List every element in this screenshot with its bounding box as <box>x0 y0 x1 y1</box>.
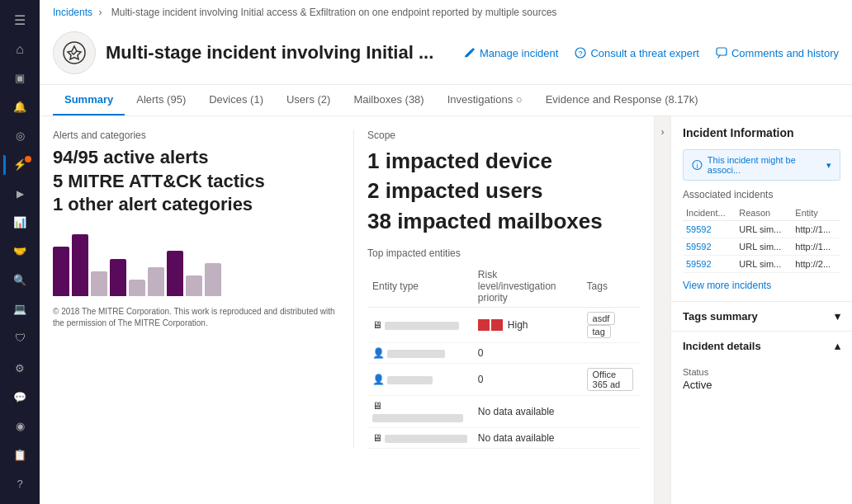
assoc-entity: http://1... <box>792 221 840 238</box>
breadcrumb-parent[interactable]: Incidents <box>53 7 92 18</box>
banner-text: This incident might be associ... <box>708 155 821 175</box>
tags-cell <box>582 343 641 364</box>
notification-dot <box>25 156 31 163</box>
tab-summary[interactable]: Summary <box>53 85 125 115</box>
risk-cell: High <box>473 308 582 343</box>
tags-cell <box>582 428 641 449</box>
assoc-id[interactable]: 59592 <box>683 221 736 238</box>
scope-column: Scope 1 impacted device 2 impacted users… <box>353 130 641 449</box>
incidents-icon[interactable]: ⚡ <box>3 151 36 178</box>
risk-cell: 0 <box>473 343 582 364</box>
home-icon[interactable]: ⌂ <box>3 35 36 63</box>
settings-icon[interactable]: ⚙ <box>3 355 36 382</box>
tabs-bar: Summary Alerts (95) Devices (1) Users (2… <box>40 85 852 116</box>
info-icon: i <box>692 159 703 171</box>
chart-bar <box>186 276 202 296</box>
copyright-text: © 2018 The MITRE Corporation. This work … <box>53 306 340 329</box>
search-icon[interactable]: 🔍 <box>3 266 36 294</box>
risk-sq1 <box>478 319 490 331</box>
tags-col: Tags <box>582 266 641 308</box>
impacted-device-stat: 1 impacted device <box>367 146 641 176</box>
incident-details-row[interactable]: Incident details ▴ <box>671 331 852 360</box>
risk-level-col: Risk level/investigation priority <box>473 266 582 308</box>
table-row: 🖥 No data available <box>367 428 641 449</box>
entity-icon-cell: 🖥 <box>367 428 473 449</box>
service-icon[interactable]: 📋 <box>3 441 36 469</box>
mitre-chart <box>53 230 340 296</box>
alerts-icon[interactable]: 🔔 <box>3 93 36 120</box>
banner-chevron: ▾ <box>826 160 831 171</box>
blurred-name <box>372 414 463 422</box>
main-content: Incidents › Multi-stage incident involvi… <box>40 0 852 504</box>
svg-text:i: i <box>697 163 698 170</box>
chevron-right-icon: › <box>661 126 665 138</box>
view-more-incidents-link[interactable]: View more incidents <box>683 280 840 291</box>
associated-incidents-label: Associated incidents <box>683 189 840 200</box>
entity-icon-cell: 👤 <box>367 364 473 396</box>
tab-investigations[interactable]: Investigations ○ <box>436 85 534 115</box>
breadcrumb-current: Multi-stage incident involving Initial a… <box>111 7 557 18</box>
chart-bar <box>205 263 221 296</box>
tab-evidence[interactable]: Evidence and Response (8.17k) <box>534 85 710 115</box>
no-data2: No data available <box>478 432 555 444</box>
chart-bar <box>167 251 183 296</box>
breadcrumb-separator: › <box>98 7 104 18</box>
status-label: Status <box>683 367 840 377</box>
entity-icon-cell: 🖥 <box>367 308 473 343</box>
help-icon[interactable]: ? <box>3 470 36 497</box>
reports-icon[interactable]: 📊 <box>3 209 36 236</box>
tag-tag: tag <box>587 325 611 338</box>
assoc-id3[interactable]: 59592 <box>683 256 736 273</box>
device-icon3: 🖥 <box>372 432 382 444</box>
learning-icon[interactable]: ◉ <box>3 412 36 440</box>
incident-info-header: Incident Information <box>671 116 852 149</box>
help-circle-icon: ? <box>575 47 586 59</box>
devices-icon[interactable]: 💻 <box>3 295 36 323</box>
tab-devices[interactable]: Devices (1) <box>197 85 275 115</box>
dashboard-icon[interactable]: ▣ <box>3 64 36 92</box>
consult-expert-btn[interactable]: ? Consult a threat expert <box>575 47 699 59</box>
assoc-entity3: http://2... <box>792 256 840 273</box>
breadcrumb: Incidents › Multi-stage incident involvi… <box>40 0 852 25</box>
impacted-users-stat: 2 impacted users <box>367 176 641 205</box>
entity-icon-cell: 🖥 <box>367 396 473 428</box>
community-icon[interactable]: 💬 <box>3 384 36 411</box>
tab-alerts[interactable]: Alerts (95) <box>125 85 197 115</box>
menu-icon[interactable]: ☰ <box>3 7 36 34</box>
tags-cell <box>582 396 641 428</box>
risk-value: High <box>508 319 528 331</box>
risk-zero: 0 <box>478 347 484 359</box>
vulnerability-icon[interactable]: 🛡 <box>3 324 36 351</box>
header-actions: Manage incident ? Consult a threat exper… <box>464 47 839 59</box>
assoc-row: 59592 URL sim... http://1... <box>683 221 840 238</box>
panel-toggle[interactable]: › <box>654 116 670 504</box>
other-categories-stat: 1 other alert categories <box>53 193 340 217</box>
tags-summary-row[interactable]: Tags summary ▾ <box>671 301 852 331</box>
scope-section-label: Scope <box>367 130 641 141</box>
hunt-icon[interactable]: ◎ <box>3 122 36 149</box>
tags-cell: Office 365 ad <box>582 364 641 396</box>
assoc-reason: URL sim... <box>736 221 792 238</box>
comments-history-btn[interactable]: Comments and history <box>716 47 839 59</box>
risk-cell: No data available <box>473 396 582 428</box>
associated-banner: i This incident might be associ... ▾ <box>683 149 840 181</box>
actions-icon[interactable]: ▶ <box>3 180 36 207</box>
tag-office: Office 365 ad <box>587 368 633 391</box>
tab-users[interactable]: Users (2) <box>275 85 342 115</box>
tags-summary-label: Tags summary <box>683 310 758 323</box>
chart-bar <box>91 271 107 296</box>
table-row: 👤 0 <box>367 343 641 364</box>
assoc-entity2: http://1... <box>792 238 840 256</box>
incident-id-col: Incident... <box>683 205 736 221</box>
table-row: 🖥 No data available <box>367 396 641 428</box>
sidebar: ☰ ⌂ ▣ 🔔 ◎ ⚡ ▶ 📊 🤝 🔍 💻 🛡 ⚙ 💬 ◉ 📋 ? <box>0 0 40 504</box>
assoc-id2[interactable]: 59592 <box>683 238 736 256</box>
tab-mailboxes[interactable]: Mailboxes (38) <box>342 85 435 115</box>
blurred-name <box>387 350 445 358</box>
risk-cell: No data available <box>473 428 582 449</box>
entity-type-col: Entity type <box>367 266 473 308</box>
manage-incident-btn[interactable]: Manage incident <box>464 47 558 59</box>
impacted-mailboxes-stat: 38 impacted mailboxes <box>367 206 641 236</box>
table-row: 🖥 High asdf <box>367 308 641 343</box>
partners-icon[interactable]: 🤝 <box>3 238 36 265</box>
